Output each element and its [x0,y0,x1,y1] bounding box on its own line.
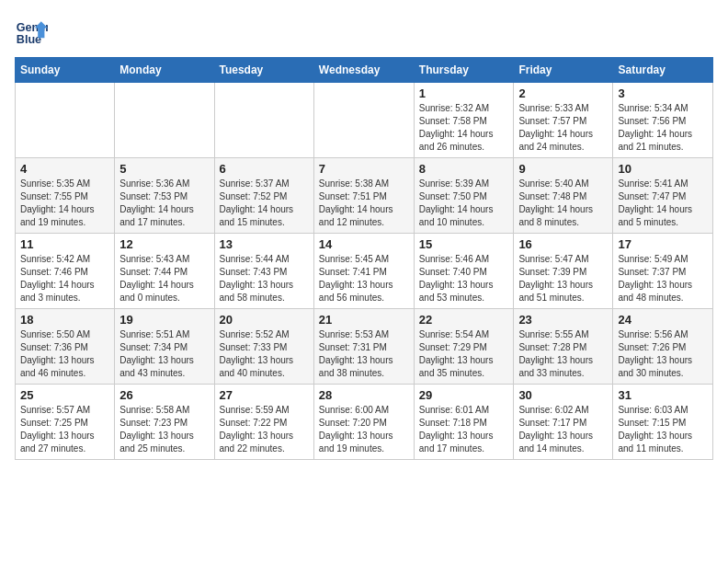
day-info: Sunrise: 5:57 AMSunset: 7:25 PMDaylight:… [20,404,109,455]
day-info: Sunrise: 6:00 AMSunset: 7:20 PMDaylight:… [319,404,409,455]
calendar-cell: 30Sunrise: 6:02 AMSunset: 7:17 PMDayligh… [514,385,613,460]
calendar-cell [16,83,115,158]
day-info: Sunrise: 5:35 AMSunset: 7:55 PMDaylight:… [20,178,109,229]
day-info: Sunrise: 5:36 AMSunset: 7:53 PMDaylight:… [119,178,209,229]
calendar-cell: 23Sunrise: 5:55 AMSunset: 7:28 PMDayligh… [514,309,613,385]
day-info: Sunrise: 5:32 AMSunset: 7:58 PMDaylight:… [419,102,509,154]
calendar-cell: 31Sunrise: 6:03 AMSunset: 7:15 PMDayligh… [613,385,713,460]
day-info: Sunrise: 5:43 AMSunset: 7:44 PMDaylight:… [119,253,209,304]
calendar-cell: 6Sunrise: 5:37 AMSunset: 7:52 PMDaylight… [214,158,313,234]
day-number: 9 [518,162,608,176]
col-header-friday: Friday [514,58,613,83]
calendar-cell [115,83,214,158]
day-info: Sunrise: 5:53 AMSunset: 7:31 PMDaylight:… [319,328,409,380]
day-info: Sunrise: 5:44 AMSunset: 7:43 PMDaylight:… [220,253,309,304]
day-info: Sunrise: 5:56 AMSunset: 7:26 PMDaylight:… [618,328,708,380]
page-header: General Blue [15,15,713,48]
week-row-3: 11Sunrise: 5:42 AMSunset: 7:46 PMDayligh… [16,234,713,309]
day-info: Sunrise: 5:50 AMSunset: 7:36 PMDaylight:… [20,328,109,380]
day-number: 22 [419,313,509,327]
day-info: Sunrise: 5:38 AMSunset: 7:51 PMDaylight:… [319,178,409,229]
logo-icon: General Blue [15,15,48,48]
day-number: 8 [419,162,509,176]
calendar-cell: 8Sunrise: 5:39 AMSunset: 7:50 PMDaylight… [414,158,514,234]
day-number: 16 [518,237,608,251]
day-info: Sunrise: 6:02 AMSunset: 7:17 PMDaylight:… [518,404,608,455]
col-header-sunday: Sunday [16,58,115,83]
calendar-cell: 13Sunrise: 5:44 AMSunset: 7:43 PMDayligh… [214,234,313,309]
col-header-monday: Monday [115,58,214,83]
day-info: Sunrise: 5:49 AMSunset: 7:37 PMDaylight:… [618,253,708,304]
day-info: Sunrise: 5:55 AMSunset: 7:28 PMDaylight:… [518,328,608,380]
calendar-cell [214,83,313,158]
day-info: Sunrise: 5:51 AMSunset: 7:34 PMDaylight:… [119,328,209,380]
calendar-cell: 25Sunrise: 5:57 AMSunset: 7:25 PMDayligh… [16,385,115,460]
calendar-cell: 9Sunrise: 5:40 AMSunset: 7:48 PMDaylight… [514,158,613,234]
day-number: 4 [20,162,109,176]
day-number: 1 [419,86,509,100]
calendar-cell: 19Sunrise: 5:51 AMSunset: 7:34 PMDayligh… [115,309,214,385]
calendar-cell: 15Sunrise: 5:46 AMSunset: 7:40 PMDayligh… [414,234,514,309]
day-number: 12 [119,237,209,251]
day-number: 3 [618,86,708,100]
day-number: 10 [618,162,708,176]
day-number: 30 [518,388,608,402]
day-info: Sunrise: 5:39 AMSunset: 7:50 PMDaylight:… [419,178,509,229]
week-row-4: 18Sunrise: 5:50 AMSunset: 7:36 PMDayligh… [16,309,713,385]
day-info: Sunrise: 5:54 AMSunset: 7:29 PMDaylight:… [419,328,509,380]
calendar-cell: 20Sunrise: 5:52 AMSunset: 7:33 PMDayligh… [214,309,313,385]
calendar-cell: 29Sunrise: 6:01 AMSunset: 7:18 PMDayligh… [414,385,514,460]
day-number: 7 [319,162,409,176]
day-info: Sunrise: 5:37 AMSunset: 7:52 PMDaylight:… [220,178,309,229]
day-number: 5 [119,162,209,176]
day-number: 6 [220,162,309,176]
week-row-5: 25Sunrise: 5:57 AMSunset: 7:25 PMDayligh… [16,385,713,460]
calendar-cell: 18Sunrise: 5:50 AMSunset: 7:36 PMDayligh… [16,309,115,385]
calendar-cell: 17Sunrise: 5:49 AMSunset: 7:37 PMDayligh… [613,234,713,309]
day-number: 2 [518,86,608,100]
day-number: 18 [20,313,109,327]
week-row-2: 4Sunrise: 5:35 AMSunset: 7:55 PMDaylight… [16,158,713,234]
day-info: Sunrise: 6:01 AMSunset: 7:18 PMDaylight:… [419,404,509,455]
day-number: 15 [419,237,509,251]
calendar-cell: 7Sunrise: 5:38 AMSunset: 7:51 PMDaylight… [313,158,414,234]
logo: General Blue [15,15,51,48]
day-number: 17 [618,237,708,251]
calendar-cell: 12Sunrise: 5:43 AMSunset: 7:44 PMDayligh… [115,234,214,309]
col-header-thursday: Thursday [414,58,514,83]
day-number: 28 [319,388,409,402]
day-info: Sunrise: 6:03 AMSunset: 7:15 PMDaylight:… [618,404,708,455]
day-info: Sunrise: 5:45 AMSunset: 7:41 PMDaylight:… [319,253,409,304]
day-info: Sunrise: 5:40 AMSunset: 7:48 PMDaylight:… [518,178,608,229]
day-number: 14 [319,237,409,251]
day-info: Sunrise: 5:47 AMSunset: 7:39 PMDaylight:… [518,253,608,304]
col-header-wednesday: Wednesday [313,58,414,83]
svg-text:Blue: Blue [17,33,41,46]
calendar-cell: 14Sunrise: 5:45 AMSunset: 7:41 PMDayligh… [313,234,414,309]
day-number: 13 [220,237,309,251]
day-number: 26 [119,388,209,402]
day-number: 23 [518,313,608,327]
day-info: Sunrise: 5:34 AMSunset: 7:56 PMDaylight:… [618,102,708,154]
calendar-cell: 28Sunrise: 6:00 AMSunset: 7:20 PMDayligh… [313,385,414,460]
calendar-cell: 22Sunrise: 5:54 AMSunset: 7:29 PMDayligh… [414,309,514,385]
day-number: 27 [220,388,309,402]
calendar-table: SundayMondayTuesdayWednesdayThursdayFrid… [15,57,713,460]
calendar-cell: 26Sunrise: 5:58 AMSunset: 7:23 PMDayligh… [115,385,214,460]
col-header-saturday: Saturday [613,58,713,83]
calendar-cell: 5Sunrise: 5:36 AMSunset: 7:53 PMDaylight… [115,158,214,234]
calendar-cell: 16Sunrise: 5:47 AMSunset: 7:39 PMDayligh… [514,234,613,309]
day-number: 29 [419,388,509,402]
calendar-cell: 27Sunrise: 5:59 AMSunset: 7:22 PMDayligh… [214,385,313,460]
day-info: Sunrise: 5:33 AMSunset: 7:57 PMDaylight:… [518,102,608,154]
day-number: 21 [319,313,409,327]
day-info: Sunrise: 5:41 AMSunset: 7:47 PMDaylight:… [618,178,708,229]
calendar-cell: 11Sunrise: 5:42 AMSunset: 7:46 PMDayligh… [16,234,115,309]
day-number: 24 [618,313,708,327]
week-row-1: 1Sunrise: 5:32 AMSunset: 7:58 PMDaylight… [16,83,713,158]
day-number: 19 [119,313,209,327]
calendar-cell: 21Sunrise: 5:53 AMSunset: 7:31 PMDayligh… [313,309,414,385]
day-info: Sunrise: 5:58 AMSunset: 7:23 PMDaylight:… [119,404,209,455]
day-number: 25 [20,388,109,402]
day-info: Sunrise: 5:46 AMSunset: 7:40 PMDaylight:… [419,253,509,304]
